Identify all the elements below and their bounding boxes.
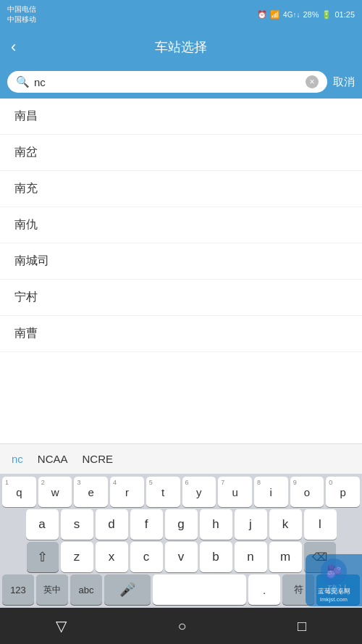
lang-key[interactable]: 英中	[36, 574, 68, 605]
status-right: ⏰ 📶 4G↑↓ 28% 🔋 01:25	[257, 10, 355, 20]
key-l[interactable]: l	[304, 509, 337, 540]
key-y[interactable]: 6y	[182, 477, 216, 507]
result-item[interactable]: 南昌	[0, 99, 362, 135]
time-display: 01:25	[334, 10, 355, 19]
key-u[interactable]: 7u	[218, 477, 252, 507]
suggestion-ncaa[interactable]: NCAA	[38, 453, 68, 465]
key-k[interactable]: k	[269, 509, 302, 540]
watermark-logo: 🫐	[321, 559, 347, 585]
cancel-button[interactable]: 取消	[333, 75, 355, 89]
key-j[interactable]: j	[235, 509, 267, 540]
page-title: 车站选择	[155, 38, 207, 56]
shift-key[interactable]: ⇧	[27, 542, 59, 572]
key-f[interactable]: f	[130, 509, 163, 540]
result-item[interactable]: 南曹	[0, 316, 362, 352]
watermark-text2: lmkjst.com	[320, 596, 348, 603]
key-v[interactable]: v	[165, 542, 198, 572]
search-icon: 🔍	[16, 75, 30, 88]
mic-key[interactable]: 🎤	[104, 574, 151, 605]
result-item[interactable]: 南岔	[0, 135, 362, 171]
battery-text: 28%	[303, 10, 319, 19]
result-item[interactable]: 宁村	[0, 280, 362, 316]
nav-back-icon[interactable]: ▽	[56, 617, 67, 635]
keyboard-row-1: 1q 2w 3e 4r 5t 6y 7u 8i 9o 0p	[0, 474, 362, 509]
abc-key[interactable]: abc	[70, 574, 102, 605]
key-c[interactable]: c	[130, 542, 163, 572]
status-bar: 中国电信 中国移动 ⏰ 📶 4G↑↓ 28% 🔋 01:25	[0, 0, 362, 29]
key-x[interactable]: x	[96, 542, 128, 572]
space-key[interactable]	[153, 574, 246, 605]
carrier-info: 中国电信 中国移动	[7, 4, 36, 25]
suggestion-nc[interactable]: nc	[12, 453, 23, 465]
result-item[interactable]: 南仇	[0, 207, 362, 243]
signal-icon: 4G↑↓	[283, 11, 300, 19]
key-a[interactable]: a	[26, 509, 59, 540]
suggestion-ncre[interactable]: NCRE	[83, 453, 114, 465]
search-wrapper: 🔍 ×	[7, 71, 327, 93]
key-h[interactable]: h	[200, 509, 232, 540]
clear-button[interactable]: ×	[306, 75, 319, 88]
nav-home-icon[interactable]: ○	[177, 618, 186, 635]
watermark: 🫐 蓝莓安卓网 lmkjst.com	[306, 554, 362, 606]
key-b[interactable]: b	[200, 542, 232, 572]
key-t[interactable]: 5t	[146, 477, 180, 507]
num-key[interactable]: 123	[2, 574, 34, 605]
key-s[interactable]: s	[61, 509, 93, 540]
carrier2: 中国移动	[7, 14, 36, 25]
key-e[interactable]: 3e	[74, 477, 108, 507]
key-n[interactable]: n	[235, 542, 267, 572]
back-button[interactable]: ‹	[11, 38, 16, 57]
battery-icon: 🔋	[321, 10, 332, 20]
search-bar: 🔍 × 取消	[0, 65, 362, 99]
watermark-text1: 蓝莓安卓网	[318, 587, 350, 596]
result-item[interactable]: 南充	[0, 171, 362, 207]
key-z[interactable]: z	[61, 542, 93, 572]
key-o[interactable]: 9o	[290, 477, 324, 507]
page-container: 中国电信 中国移动 ⏰ 📶 4G↑↓ 28% 🔋 01:25 ‹ 车站选择 🔍 …	[0, 0, 362, 644]
period-key[interactable]: .	[248, 574, 280, 605]
search-input[interactable]	[34, 76, 301, 88]
wifi-icon: 📶	[270, 10, 280, 20]
suggestions-bar: nc NCAA NCRE	[0, 443, 362, 474]
alarm-icon: ⏰	[257, 10, 267, 20]
nav-menu-icon[interactable]: □	[298, 618, 306, 635]
keyboard-row-2: a s d f g h j k l	[0, 509, 362, 542]
key-w[interactable]: 2w	[38, 477, 72, 507]
key-i[interactable]: 8i	[254, 477, 288, 507]
results-list: 南昌 南岔 南充 南仇 南城司 宁村 南曹	[0, 99, 362, 443]
key-p[interactable]: 0p	[326, 477, 360, 507]
key-g[interactable]: g	[165, 509, 198, 540]
key-q[interactable]: 1q	[2, 477, 36, 507]
carrier1: 中国电信	[7, 4, 36, 14]
nav-bar: ▽ ○ □	[0, 608, 362, 644]
key-d[interactable]: d	[96, 509, 128, 540]
header: ‹ 车站选择	[0, 29, 362, 65]
key-r[interactable]: 4r	[110, 477, 144, 507]
result-item[interactable]: 南城司	[0, 243, 362, 280]
key-m[interactable]: m	[269, 542, 302, 572]
